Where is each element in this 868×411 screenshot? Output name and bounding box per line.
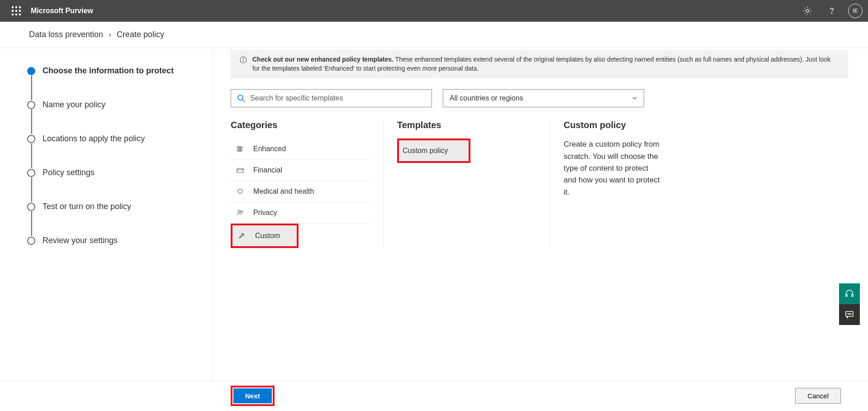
step-connector bbox=[31, 177, 32, 202]
waffle-icon[interactable] bbox=[12, 6, 21, 15]
step-indicator-icon bbox=[27, 237, 35, 245]
floating-buttons bbox=[839, 283, 860, 325]
step-review[interactable]: Review your settings bbox=[27, 236, 212, 245]
region-dropdown[interactable]: All countries or regions bbox=[443, 89, 644, 107]
header-right: IE bbox=[799, 3, 863, 19]
template-label: Custom policy bbox=[403, 147, 448, 154]
step-label: Choose the information to protect bbox=[43, 66, 174, 76]
scroll-container[interactable]: Check out our new enhanced policy templa… bbox=[231, 48, 850, 381]
search-box[interactable] bbox=[231, 89, 432, 107]
wizard-stepper: Choose the information to protect Name y… bbox=[0, 48, 213, 381]
categories-column: Categories Enhanced Financial Medical an… bbox=[231, 120, 384, 248]
feedback-button[interactable] bbox=[839, 304, 860, 325]
wizard-footer: Next Cancel bbox=[0, 381, 868, 410]
detail-body: Create a custom policy from scratch. You… bbox=[564, 139, 663, 198]
category-item-medical[interactable]: Medical and health bbox=[231, 181, 370, 202]
svg-point-5 bbox=[238, 95, 243, 100]
step-connector bbox=[31, 76, 32, 100]
step-indicator-icon bbox=[27, 101, 35, 109]
next-button[interactable]: Next bbox=[233, 388, 272, 403]
step-label: Review your settings bbox=[43, 236, 118, 245]
svg-point-4 bbox=[243, 58, 243, 58]
app-title: Microsoft Purview bbox=[31, 7, 93, 15]
info-banner: Check out our new enhanced policy templa… bbox=[231, 50, 848, 78]
breadcrumb: Data loss prevention › Create policy bbox=[0, 22, 868, 48]
templates-column: Templates Custom policy bbox=[397, 120, 550, 248]
help-icon[interactable] bbox=[824, 3, 840, 19]
category-label: Privacy bbox=[253, 209, 277, 217]
detail-column: Custom policy Create a custom policy fro… bbox=[564, 120, 663, 248]
info-icon bbox=[240, 56, 247, 73]
dropdown-selected: All countries or regions bbox=[450, 94, 523, 102]
category-label: Enhanced bbox=[253, 145, 286, 153]
wrench-icon bbox=[238, 232, 246, 239]
category-item-financial[interactable]: Financial bbox=[231, 160, 370, 181]
category-item-enhanced[interactable]: Enhanced bbox=[231, 139, 370, 160]
search-icon bbox=[237, 94, 246, 103]
category-label: Medical and health bbox=[253, 187, 314, 196]
annotation-highlight-custom-category: Custom bbox=[231, 224, 299, 248]
categories-heading: Categories bbox=[231, 120, 370, 130]
svg-rect-14 bbox=[852, 294, 853, 296]
heart-icon bbox=[236, 188, 244, 195]
annotation-highlight-next: Next bbox=[231, 386, 275, 406]
step-indicator-icon bbox=[27, 67, 35, 75]
content-column: Check out our new enhanced policy templa… bbox=[213, 48, 868, 381]
svg-point-1 bbox=[831, 13, 832, 14]
step-label: Test or turn on the policy bbox=[43, 202, 131, 211]
template-picker: Categories Enhanced Financial Medical an… bbox=[231, 120, 848, 248]
step-label: Policy settings bbox=[43, 168, 95, 177]
search-input[interactable] bbox=[250, 94, 426, 102]
step-locations[interactable]: Locations to apply the policy bbox=[27, 134, 212, 143]
svg-point-16 bbox=[848, 314, 849, 315]
svg-point-11 bbox=[238, 210, 241, 213]
step-choose-info[interactable]: Choose the information to protect bbox=[27, 66, 212, 76]
step-indicator-icon bbox=[27, 169, 35, 177]
breadcrumb-item-2: Create policy bbox=[117, 30, 164, 39]
step-label: Locations to apply the policy bbox=[43, 134, 145, 143]
step-label: Name your policy bbox=[43, 100, 105, 110]
step-connector bbox=[31, 143, 32, 168]
info-banner-text: Check out our new enhanced policy templa… bbox=[252, 55, 839, 73]
step-connector bbox=[31, 110, 32, 134]
category-item-custom[interactable]: Custom bbox=[232, 225, 297, 246]
category-item-privacy[interactable]: Privacy bbox=[231, 202, 370, 224]
annotation-highlight-custom-template: Custom policy bbox=[397, 139, 470, 163]
svg-point-18 bbox=[850, 314, 851, 315]
gear-icon[interactable] bbox=[799, 3, 816, 19]
detail-title: Custom policy bbox=[564, 120, 663, 130]
cancel-button[interactable]: Cancel bbox=[795, 388, 841, 404]
svg-rect-7 bbox=[237, 147, 239, 151]
avatar[interactable]: IE bbox=[848, 4, 863, 18]
main-area: Choose the information to protect Name y… bbox=[0, 48, 868, 381]
people-icon bbox=[236, 209, 244, 216]
info-banner-bold: Check out our new enhanced policy templa… bbox=[252, 56, 394, 63]
step-connector bbox=[31, 211, 32, 236]
svg-line-6 bbox=[242, 100, 245, 102]
step-test-or-turn-on[interactable]: Test or turn on the policy bbox=[27, 202, 212, 211]
svg-point-12 bbox=[241, 211, 243, 213]
library-icon bbox=[236, 145, 244, 153]
headset-support-button[interactable] bbox=[839, 283, 860, 304]
step-name-policy[interactable]: Name your policy bbox=[27, 100, 212, 110]
breadcrumb-separator: › bbox=[109, 30, 111, 39]
step-indicator-icon bbox=[27, 203, 35, 211]
step-policy-settings[interactable]: Policy settings bbox=[27, 168, 212, 177]
step-indicator-icon bbox=[27, 135, 35, 143]
breadcrumb-item-1[interactable]: Data loss prevention bbox=[29, 30, 103, 39]
category-label: Financial bbox=[253, 166, 282, 174]
card-icon bbox=[236, 167, 244, 174]
svg-rect-9 bbox=[237, 168, 243, 172]
svg-point-0 bbox=[806, 10, 809, 12]
app-header: Microsoft Purview IE bbox=[0, 0, 868, 22]
search-row: All countries or regions bbox=[231, 89, 848, 107]
template-item-custom-policy[interactable]: Custom policy bbox=[399, 140, 469, 161]
category-label: Custom bbox=[255, 232, 280, 240]
svg-point-17 bbox=[849, 314, 850, 315]
svg-rect-13 bbox=[846, 294, 847, 296]
chevron-down-icon bbox=[632, 96, 637, 101]
templates-heading: Templates bbox=[397, 120, 536, 130]
